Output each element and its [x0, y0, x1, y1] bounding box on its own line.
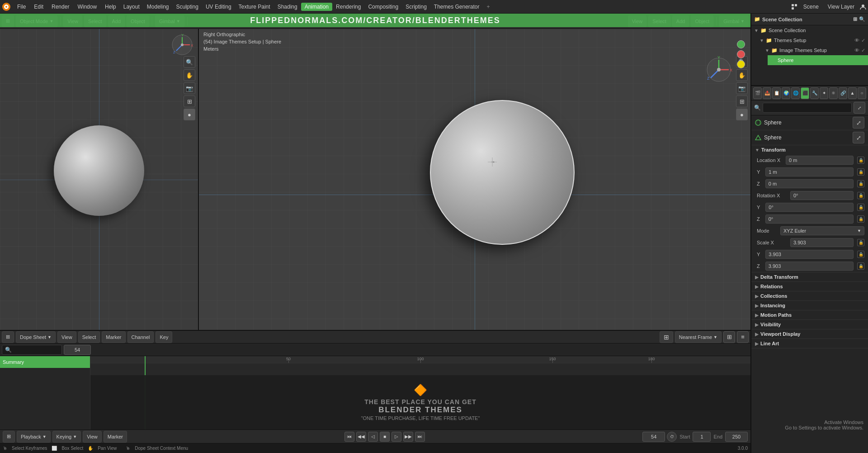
viewport-display-header[interactable]: ▶ Viewport Display [751, 329, 868, 339]
exclude-icon-image[interactable]: ✓ [861, 48, 865, 53]
jump-end-btn[interactable]: ⏭ [415, 432, 425, 442]
keying-btn[interactable]: Keying ▼ [52, 431, 81, 443]
scale-x-lock[interactable]: 🔒 [857, 239, 864, 246]
location-x-value[interactable]: 0 m [786, 156, 854, 165]
scale-y-value[interactable]: 3.903 [765, 250, 854, 259]
motion-paths-header[interactable]: ▶ Motion Paths [751, 310, 868, 319]
rotation-mode-selector[interactable]: XYZ Euler ▼ [780, 226, 864, 235]
dope-editor-type[interactable]: ⊞ [2, 331, 14, 343]
step-forward-btn[interactable]: ▷ [392, 432, 401, 442]
prop-output-icon[interactable]: 📤 [763, 87, 771, 99]
dope-mode-selector[interactable]: Dope Sheet ▼ [16, 331, 56, 343]
tab-compositing[interactable]: Compositing [364, 3, 402, 11]
prop-view-layer-icon[interactable]: 📋 [772, 87, 781, 99]
grid-btn-main[interactable]: ⊞ [736, 95, 748, 107]
viewport2-add-btn[interactable]: Add [672, 15, 689, 27]
prop-object-icon[interactable]: ⬛ [801, 87, 809, 99]
location-z-lock[interactable]: 🔒 [857, 180, 864, 187]
main-viewport[interactable]: Right Orthographic (54) Image Themes Set… [199, 29, 750, 330]
rotation-y-value[interactable]: 0° [765, 203, 854, 212]
viewport2-view-btn[interactable]: View [628, 15, 647, 27]
view-btn[interactable]: View [63, 15, 82, 27]
dope-snap-btn[interactable]: ⊞ [723, 331, 735, 343]
menu-file[interactable]: File [14, 3, 29, 11]
collections-header[interactable]: ▶ Collections [751, 291, 868, 300]
scale-y-lock[interactable]: 🔒 [857, 251, 864, 258]
viewport2-object-btn[interactable]: Object [691, 15, 713, 27]
rotation-y-lock[interactable]: 🔒 [857, 204, 864, 211]
visibility-eye-sphere[interactable]: 👁 [855, 57, 860, 63]
select-btn[interactable]: Select [84, 15, 106, 27]
rotation-x-lock[interactable]: 🔒 [857, 192, 864, 199]
dope-filter-btn[interactable]: ⊞ [660, 331, 673, 343]
timeline-editor-type[interactable]: ⊞ [3, 431, 15, 443]
tab-themes-generator[interactable]: Themes Generator [430, 3, 483, 11]
outliner-filter-icon[interactable]: ⊞ [853, 16, 857, 22]
location-y-lock[interactable]: 🔒 [857, 168, 864, 176]
menu-render[interactable]: Render [48, 3, 73, 11]
outliner-scene-collection[interactable]: ▼ 📁 Scene Collection [751, 25, 868, 35]
tab-shading[interactable]: Shading [274, 3, 301, 11]
location-z-value[interactable]: 0 m [765, 179, 854, 188]
timeline-view-btn[interactable]: View [83, 431, 102, 443]
instancing-header[interactable]: ▶ Instancing [751, 301, 868, 310]
frame-number-left[interactable]: 54 [64, 345, 91, 355]
location-x-lock[interactable]: 🔒 [857, 157, 864, 164]
viewport2-gizmo-btn[interactable]: Gimbal ▼ [719, 15, 749, 27]
tab-add[interactable]: + [483, 3, 494, 11]
camera-btn-main[interactable]: 📷 [736, 82, 748, 94]
line-art-header[interactable]: ▶ Line Art [751, 339, 868, 348]
properties-more-btn[interactable]: ⤢ [854, 102, 865, 114]
shading-solid-left[interactable]: ● [184, 109, 195, 120]
end-frame-input[interactable]: 250 [725, 432, 748, 442]
dope-view-btn[interactable]: View [57, 331, 76, 343]
prop-particles-icon[interactable]: ✦ [820, 87, 828, 99]
tab-scripting[interactable]: Scripting [402, 3, 430, 11]
play-back-btn[interactable]: ◀◀ [356, 432, 366, 442]
properties-search-input[interactable] [763, 103, 852, 113]
dope-keyframes-area[interactable]: 50 100 150 180 🔶 THE BEST PLACE YOU CAN … [90, 356, 750, 429]
gizmo-btn[interactable]: Gimbal ▼ [155, 15, 184, 27]
editor-type-btn[interactable]: ⊞ [2, 15, 14, 27]
prop-scene-icon[interactable]: 🌍 [782, 87, 790, 99]
tab-modeling[interactable]: Modeling [143, 3, 173, 11]
playback-btn[interactable]: Playback ▼ [17, 431, 51, 443]
tab-uv-editing[interactable]: UV Editing [202, 3, 235, 11]
outliner-sphere[interactable]: Sphere 👁 ○ [768, 55, 868, 65]
outliner-image-themes[interactable]: ▼ 📁 Image Themes Setup 👁 ✓ [762, 45, 868, 55]
jump-start-btn[interactable]: ⏮ [344, 432, 354, 442]
stop-btn[interactable]: ■ [380, 432, 390, 442]
dope-search[interactable]: 🔍 [2, 345, 62, 355]
tab-layout[interactable]: Layout [120, 3, 143, 11]
visibility-header[interactable]: ▶ Visibility [751, 320, 868, 329]
dope-frame-mode[interactable]: Nearest Frame ▼ [675, 331, 722, 343]
dope-prop-btn[interactable]: ≡ [737, 331, 749, 343]
current-frame-input[interactable]: 54 [642, 432, 665, 442]
tab-sculpting[interactable]: Sculpting [173, 3, 202, 11]
shading-solid-main[interactable]: ● [736, 109, 748, 120]
rotation-z-lock[interactable]: 🔒 [857, 215, 864, 223]
play-forward-btn[interactable]: ▶▶ [403, 432, 413, 442]
location-y-value[interactable]: 1 m [765, 167, 854, 176]
prop-modifier-icon[interactable]: 🔧 [810, 87, 819, 99]
dope-key-btn[interactable]: Key [156, 331, 172, 343]
zoom-btn-left[interactable]: 🔍 [184, 56, 195, 68]
viewport2-select-btn[interactable]: Select [648, 15, 670, 27]
prop-data-icon[interactable]: ▲ [848, 87, 857, 99]
exclude-icon-themes[interactable]: ✓ [861, 38, 865, 43]
delta-transform-header[interactable]: ▶ Delta Transform [751, 272, 868, 281]
search-input[interactable] [14, 347, 59, 353]
menu-help[interactable]: Help [101, 3, 120, 11]
dope-marker-btn[interactable]: Marker [102, 331, 125, 343]
visibility-eye-themes[interactable]: 👁 [854, 38, 859, 43]
object-options-btn[interactable]: ⤢ [853, 117, 864, 129]
timeline-marker-btn[interactable]: Marker [104, 431, 127, 443]
rotation-x-value[interactable]: 0° [790, 191, 854, 200]
mesh-options-btn[interactable]: ⤢ [853, 132, 864, 143]
left-viewport[interactable]: 🔍 ✋ 📷 ⊞ ● X Y [0, 29, 199, 330]
scale-z-lock[interactable]: 🔒 [857, 262, 864, 270]
object-btn[interactable]: Object [127, 15, 149, 27]
outliner-themes-setup[interactable]: ▼ 📁 Themes Setup 👁 ✓ [757, 35, 868, 45]
camera-btn-left[interactable]: 📷 [184, 82, 195, 94]
transform-header[interactable]: ▼ Transform [751, 145, 868, 154]
